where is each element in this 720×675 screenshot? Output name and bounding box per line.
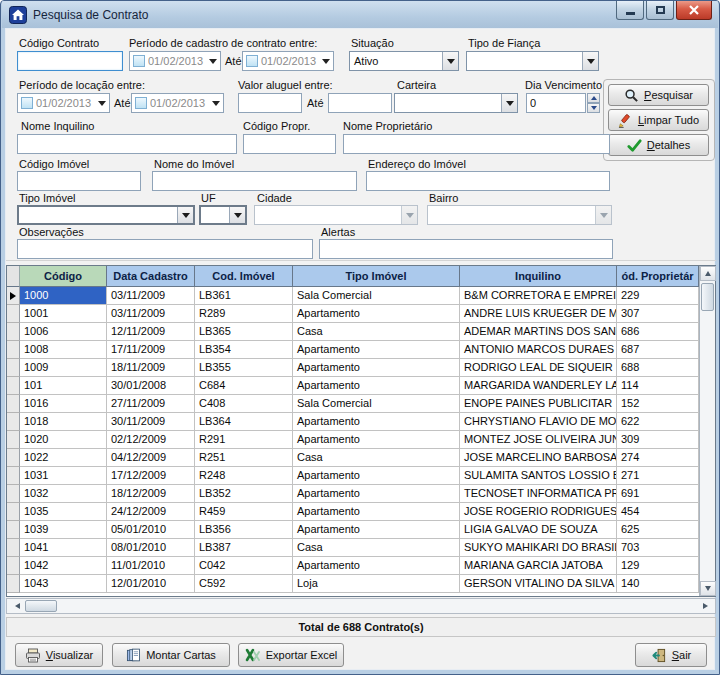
cell-data-cadastro[interactable]: 18/12/2009	[107, 485, 195, 503]
cell-tipo-imovel[interactable]: Casa	[293, 323, 460, 341]
dia-vencimento-input[interactable]	[526, 93, 586, 113]
locacao-date-from[interactable]: 01/02/2013	[17, 93, 110, 113]
cell-inquilino[interactable]: GERSON VITALINO DA SILVA	[460, 575, 617, 593]
cell-data-cadastro[interactable]: 03/11/2009	[107, 305, 195, 323]
valor-aluguel-to-input[interactable]	[328, 93, 392, 113]
cell-tipo-imovel[interactable]: Loja	[293, 575, 460, 593]
table-row[interactable]: 103524/12/2009R459ApartamentoJOSE ROGERI…	[7, 503, 699, 521]
cell-cod-proprietario[interactable]: 454	[617, 503, 699, 521]
cell-codigo[interactable]: 1016	[20, 395, 107, 413]
row-selector[interactable]	[7, 557, 20, 575]
tipo-imovel-dropdown[interactable]	[17, 205, 195, 225]
limpar-tudo-button[interactable]: Limpar Tudo	[608, 109, 709, 131]
uf-dropdown[interactable]	[199, 205, 247, 225]
scroll-left-button[interactable]	[9, 599, 25, 613]
pesquisar-button[interactable]: Pesquisar	[608, 84, 709, 106]
scroll-up-button[interactable]	[700, 266, 716, 281]
cell-codigo[interactable]: 1001	[20, 305, 107, 323]
cell-tipo-imovel[interactable]: Sala Comercial	[293, 287, 460, 305]
row-selector[interactable]	[7, 467, 20, 485]
cell-cod-imovel[interactable]: LB365	[195, 323, 293, 341]
vertical-scroll-thumb[interactable]	[701, 283, 714, 311]
cell-cod-proprietario[interactable]: 691	[617, 485, 699, 503]
chevron-down-icon[interactable]	[98, 101, 106, 106]
vertical-scrollbar[interactable]	[699, 266, 715, 596]
cell-cod-proprietario[interactable]: 140	[617, 575, 699, 593]
scroll-down-button[interactable]	[700, 581, 716, 596]
column-header-data-cadastro[interactable]: Data Cadastro	[107, 266, 195, 287]
cell-data-cadastro[interactable]: 11/01/2010	[107, 557, 195, 575]
cell-cod-imovel[interactable]: R459	[195, 503, 293, 521]
table-row[interactable]: 102002/12/2009R291ApartamentoMONTEZ JOSE…	[7, 431, 699, 449]
chevron-down-icon[interactable]	[209, 59, 217, 64]
cell-codigo[interactable]: 1006	[20, 323, 107, 341]
row-selector[interactable]	[7, 521, 20, 539]
cell-inquilino[interactable]: LIGIA GALVAO DE SOUZA	[460, 521, 617, 539]
cell-cod-imovel[interactable]: C408	[195, 395, 293, 413]
cell-cod-proprietario[interactable]: 307	[617, 305, 699, 323]
cell-cod-imovel[interactable]: R248	[195, 467, 293, 485]
alertas-input[interactable]	[319, 239, 613, 259]
cell-tipo-imovel[interactable]: Casa	[293, 449, 460, 467]
table-row[interactable]: 100918/11/2009LB355ApartamentoRODRIGO LE…	[7, 359, 699, 377]
cell-inquilino[interactable]: RODRIGO LEAL DE SIQUEIR	[460, 359, 617, 377]
table-row[interactable]: 101627/11/2009C408Sala ComercialENOPE PA…	[7, 395, 699, 413]
codigo-imovel-input[interactable]	[17, 171, 141, 191]
row-selector[interactable]	[7, 359, 20, 377]
cell-inquilino[interactable]: MARGARIDA WANDERLEY LA	[460, 377, 617, 395]
cell-codigo[interactable]: 1020	[20, 431, 107, 449]
cell-codigo[interactable]: 1041	[20, 539, 107, 557]
detalhes-button[interactable]: Detalhes	[608, 134, 709, 156]
cell-cod-proprietario[interactable]: 129	[617, 557, 699, 575]
maximize-button[interactable]	[646, 1, 674, 20]
cell-tipo-imovel[interactable]: Apartamento	[293, 557, 460, 575]
row-selector[interactable]	[7, 287, 20, 305]
cell-data-cadastro[interactable]: 08/01/2010	[107, 539, 195, 557]
cell-cod-proprietario[interactable]: 687	[617, 341, 699, 359]
table-row[interactable]: 104211/01/2010C042ApartamentoMARIANA GAR…	[7, 557, 699, 575]
cell-data-cadastro[interactable]: 30/01/2008	[107, 377, 195, 395]
cell-data-cadastro[interactable]: 12/01/2010	[107, 575, 195, 593]
cell-data-cadastro[interactable]: 18/11/2009	[107, 359, 195, 377]
nome-proprietario-input[interactable]	[343, 134, 610, 154]
cell-data-cadastro[interactable]: 04/12/2009	[107, 449, 195, 467]
cell-cod-imovel[interactable]: LB355	[195, 359, 293, 377]
dia-vencimento-spinner[interactable]	[526, 93, 600, 113]
cell-inquilino[interactable]: SULAMITA SANTOS LOSSIO B	[460, 467, 617, 485]
table-row[interactable]: 100612/11/2009LB365CasaADEMAR MARTINS DO…	[7, 323, 699, 341]
cell-cod-proprietario[interactable]: 271	[617, 467, 699, 485]
cell-codigo[interactable]: 1000	[20, 287, 107, 305]
date-checkbox-icon[interactable]	[133, 55, 145, 67]
row-selector[interactable]	[7, 305, 20, 323]
cell-cod-proprietario[interactable]: 625	[617, 521, 699, 539]
chevron-down-icon[interactable]	[212, 101, 220, 106]
column-header-cod-imovel[interactable]: Cod. Imóvel	[195, 266, 293, 287]
cell-data-cadastro[interactable]: 02/12/2009	[107, 431, 195, 449]
cell-cod-imovel[interactable]: R289	[195, 305, 293, 323]
chevron-down-icon[interactable]	[322, 59, 330, 64]
cell-cod-imovel[interactable]: R291	[195, 431, 293, 449]
cell-data-cadastro[interactable]: 12/11/2009	[107, 323, 195, 341]
cell-codigo[interactable]: 1009	[20, 359, 107, 377]
column-header-codigo[interactable]: Código	[20, 266, 107, 287]
scroll-right-button[interactable]	[697, 599, 713, 613]
cell-inquilino[interactable]: B&M CORRETORA E EMPREI	[460, 287, 617, 305]
cell-tipo-imovel[interactable]: Apartamento	[293, 503, 460, 521]
codigo-contrato-input[interactable]	[17, 51, 123, 71]
cell-cod-proprietario[interactable]: 622	[617, 413, 699, 431]
cell-inquilino[interactable]: ENOPE PAINES PUBLICITAR	[460, 395, 617, 413]
cell-cod-imovel[interactable]: LB352	[195, 485, 293, 503]
nome-inquilino-input[interactable]	[17, 134, 237, 154]
column-header-tipo-imovel[interactable]: Tipo Imóvel	[293, 266, 460, 287]
carteira-dropdown[interactable]	[394, 93, 518, 113]
cell-cod-proprietario[interactable]: 686	[617, 323, 699, 341]
visualizar-button[interactable]: Visualizar	[15, 643, 103, 667]
row-selector[interactable]	[7, 575, 20, 593]
cell-codigo[interactable]: 1043	[20, 575, 107, 593]
table-row[interactable]: 104312/01/2010C592LojaGERSON VITALINO DA…	[7, 575, 699, 593]
spinner-down-button[interactable]	[587, 103, 600, 113]
cell-inquilino[interactable]: MONTEZ JOSE OLIVEIRA JUN	[460, 431, 617, 449]
cell-cod-proprietario[interactable]: 274	[617, 449, 699, 467]
table-row[interactable]: 10130/01/2008C684ApartamentoMARGARIDA WA…	[7, 377, 699, 395]
dropdown-button[interactable]	[501, 94, 517, 112]
